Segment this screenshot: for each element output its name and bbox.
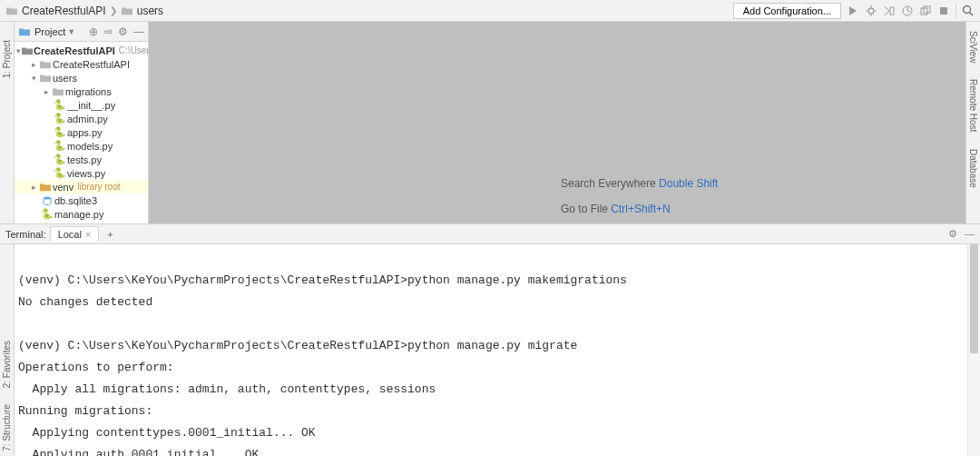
- tree-label: tests.py: [67, 154, 102, 165]
- gear-icon[interactable]: ⚙: [948, 228, 957, 240]
- folder-icon: [121, 5, 133, 16]
- tree-node-apps[interactable]: 🐍apps.py: [15, 125, 148, 139]
- hint-goto-shortcut: Ctrl+Shift+N: [611, 203, 670, 215]
- tree-node-root[interactable]: ▾CreateRestfulAPIC:\Users\Ke: [15, 44, 148, 57]
- sidebar-tab-structure[interactable]: 7: Structure: [2, 404, 12, 451]
- search-icon[interactable]: [962, 5, 975, 17]
- collapse-all-icon[interactable]: ⥤: [103, 25, 113, 38]
- chevron-right-icon: ❯: [110, 5, 117, 15]
- tree-label: db.sqlite3: [54, 195, 97, 206]
- left-tool-gutter-bottom: 2: Favorites 7: Structure: [0, 244, 15, 456]
- hide-icon[interactable]: —: [965, 228, 975, 240]
- terminal-line: Applying contenttypes.0001_initial... OK: [18, 426, 316, 440]
- python-file-icon: 🐍: [53, 140, 67, 152]
- python-file-icon: 🐍: [53, 154, 67, 165]
- profile-icon[interactable]: [901, 5, 914, 17]
- scrollbar-thumb[interactable]: [970, 244, 978, 353]
- project-tool-header: Project ▼ ⊕ ⥤ ⚙ —: [15, 22, 148, 42]
- tool-title: Project: [34, 26, 65, 37]
- terminal-line: (venv) C:\Users\KeYou\PycharmProjects\Cr…: [18, 273, 627, 287]
- tree-node-users[interactable]: ▾users: [15, 71, 148, 84]
- sidebar-tab-project[interactable]: 1: Project: [2, 40, 12, 78]
- sidebar-tab-remote-host[interactable]: Remote Host: [968, 79, 978, 132]
- tree-node-init[interactable]: 🐍__init__.py: [15, 98, 148, 112]
- new-terminal-button[interactable]: +: [103, 229, 117, 240]
- svg-point-12: [964, 5, 971, 13]
- tree-label: CreateRestfulAPI: [34, 45, 115, 56]
- project-tree[interactable]: ▾CreateRestfulAPIC:\Users\Ke ▸CreateRest…: [15, 42, 148, 223]
- svg-point-14: [44, 196, 51, 199]
- breadcrumb: CreateRestfulAPI ❯ users: [5, 5, 733, 17]
- tab-label: Local: [58, 229, 82, 240]
- sidebar-tab-sciview[interactable]: SciView: [968, 31, 978, 63]
- bottom-tool-window: Terminal: Local × + ⚙ — 2: Favorites 7: …: [0, 223, 980, 456]
- tree-label: admin.py: [67, 114, 108, 124]
- python-file-icon: 🐍: [53, 99, 67, 111]
- terminal-title: Terminal:: [5, 229, 46, 240]
- tree-label: apps.py: [67, 127, 103, 138]
- svg-point-0: [868, 8, 874, 14]
- right-tool-gutter: SciView Remote Host Database: [965, 22, 980, 223]
- project-tool-window: Project ▼ ⊕ ⥤ ⚙ — ▾CreateRestfulAPIC:\Us…: [15, 22, 149, 223]
- tree-label: venv: [53, 182, 74, 193]
- svg-rect-11: [940, 7, 947, 15]
- tree-label: External Libraries: [40, 223, 118, 224]
- tree-node-tests[interactable]: 🐍tests.py: [15, 153, 148, 166]
- tree-label: users: [53, 73, 77, 84]
- tree-hint: library root: [77, 182, 120, 192]
- library-icon: [25, 223, 40, 224]
- attach-icon[interactable]: [919, 5, 932, 17]
- tree-node-db[interactable]: db.sqlite3: [15, 193, 148, 207]
- run-icon[interactable]: [847, 5, 859, 17]
- tree-node-migrations[interactable]: ▸migrations: [15, 84, 148, 98]
- tree-node-manage[interactable]: 🐍manage.py: [15, 207, 148, 221]
- terminal-tab-local[interactable]: Local ×: [50, 226, 100, 242]
- sidebar-tab-database[interactable]: Database: [968, 149, 978, 188]
- breadcrumb-users[interactable]: users: [137, 5, 163, 17]
- hint-search-label: Search Everywhere: [561, 177, 659, 190]
- tree-node-pkg[interactable]: ▸CreateRestfulAPI: [15, 57, 148, 71]
- tree-node-models[interactable]: 🐍models.py: [15, 139, 148, 153]
- hide-icon[interactable]: —: [133, 25, 144, 38]
- run-toolbar: [847, 4, 975, 18]
- tree-label: models.py: [67, 141, 113, 152]
- terminal-line: Operations to perform:: [18, 361, 174, 374]
- terminal-line: (venv) C:\Users\KeYou\PycharmProjects\Cr…: [18, 339, 577, 352]
- debug-icon[interactable]: [865, 5, 877, 17]
- terminal-line: Apply all migrations: admin, auth, conte…: [18, 382, 436, 396]
- editor-hints: Search Everywhere Double Shift Go to Fil…: [561, 173, 718, 220]
- tree-label: migrations: [65, 86, 112, 97]
- hint-goto-label: Go to File: [561, 203, 611, 215]
- breadcrumb-root[interactable]: CreateRestfulAPI: [22, 5, 106, 17]
- tree-node-admin[interactable]: 🐍admin.py: [15, 112, 148, 125]
- tree-label: manage.py: [54, 209, 103, 220]
- terminal-line: Applying auth.0001_initial... OK: [18, 448, 259, 456]
- svg-line-13: [970, 12, 974, 15]
- separator: [956, 4, 956, 18]
- tree-node-views[interactable]: 🐍views.py: [15, 166, 148, 180]
- terminal-output[interactable]: (venv) C:\Users\KeYou\PycharmProjects\Cr…: [15, 244, 967, 456]
- left-tool-gutter: 1: Project: [0, 22, 15, 223]
- tree-node-venv[interactable]: ▸venvlibrary root: [15, 180, 148, 193]
- folder-icon: [18, 26, 31, 37]
- add-configuration-button[interactable]: Add Configuration...: [733, 3, 841, 19]
- stop-icon[interactable]: [937, 5, 950, 17]
- tree-label: CreateRestfulAPI: [53, 59, 130, 70]
- tree-label: __init__.py: [67, 100, 115, 111]
- run-with-coverage-icon[interactable]: [883, 5, 896, 17]
- navigation-bar: CreateRestfulAPI ❯ users Add Configurati…: [0, 0, 980, 22]
- python-file-icon: 🐍: [40, 208, 54, 220]
- hint-search-shortcut: Double Shift: [659, 177, 718, 190]
- close-icon[interactable]: ×: [85, 229, 91, 240]
- tree-path-hint: C:\Users\Ke: [119, 45, 148, 55]
- sidebar-tab-favorites[interactable]: 2: Favorites: [2, 341, 12, 388]
- tree-label: views.py: [67, 168, 105, 179]
- terminal-scrollbar[interactable]: [967, 244, 980, 456]
- terminal-line: No changes detected: [18, 295, 152, 309]
- python-file-icon: 🐍: [53, 167, 67, 179]
- python-file-icon: 🐍: [53, 113, 67, 124]
- tree-node-external[interactable]: ▸External Libraries: [15, 221, 148, 223]
- gear-icon[interactable]: ⚙: [118, 25, 128, 38]
- scroll-from-source-icon[interactable]: ⊕: [89, 25, 98, 38]
- dropdown-icon[interactable]: ▼: [67, 27, 75, 36]
